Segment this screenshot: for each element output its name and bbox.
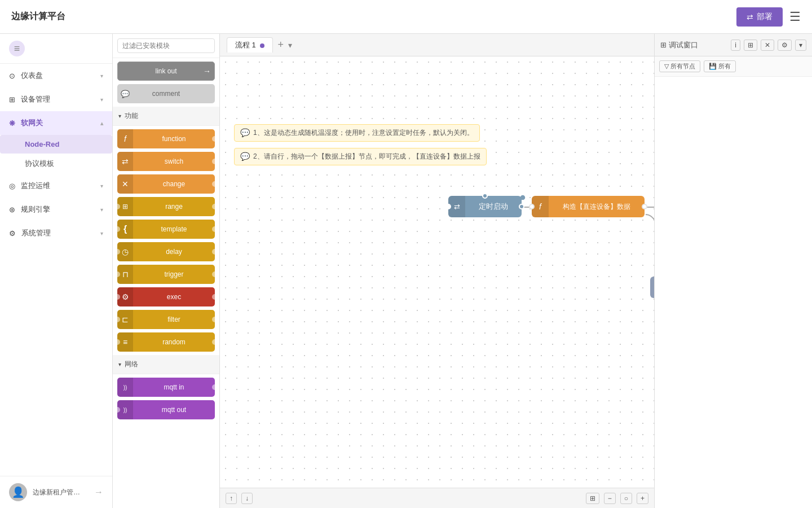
canvas-node-timer[interactable]: ⇄ 定时启动 (448, 196, 522, 217)
node-trigger[interactable]: ⊓ trigger (117, 265, 215, 284)
debug-info-button[interactable]: i (731, 40, 740, 51)
node-link-out[interactable]: link out → (117, 62, 215, 81)
chevron-down-icon: ▾ (100, 97, 103, 103)
canvas-tab-flow1[interactable]: 流程 1 (227, 37, 273, 52)
node-switch[interactable]: ⇄ switch (117, 152, 215, 171)
rules-icon: ⊛ (9, 205, 15, 214)
node-change[interactable]: ✕ change (117, 174, 215, 194)
user-name: 边缘新租户管… (33, 488, 89, 497)
sidebar-user-footer[interactable]: 👤 边缘新租户管… → (0, 476, 112, 508)
debug-filter-all-button[interactable]: 💾 所有 (704, 60, 736, 72)
node-port-left (114, 271, 120, 277)
comment-icon: 💬 (121, 90, 130, 98)
debug-content-area (655, 77, 812, 508)
zoom-out-button[interactable]: − (604, 493, 616, 504)
filter-icon: ▽ (664, 63, 669, 70)
sidebar-sub-item-protocol-template[interactable]: 协议模板 (0, 154, 112, 174)
canvas-area: 流程 1 + ▾ 💬 1、这是动态生 (220, 34, 654, 508)
node-exec[interactable]: ⚙ exec (117, 287, 215, 306)
scroll-up-button[interactable]: ↑ (226, 493, 237, 504)
device-icon: ⊞ (9, 95, 15, 104)
palette-search-area (113, 34, 219, 58)
dashboard-icon: ⊙ (9, 72, 15, 80)
node-function[interactable]: f function (117, 129, 215, 148)
chevron-down-icon: ▾ (100, 230, 103, 237)
node-port-right (212, 384, 218, 390)
debug-panel-title: ⊞ 调试窗口 (660, 40, 698, 50)
sidebar-item-monitor[interactable]: ◎ 监控运维 ▾ (0, 174, 112, 198)
main-layout: ≡ ⊙ 仪表盘 ▾ ⊞ 设备管理 ▾ ❋ 软网关 ▴ Node-Red (0, 34, 812, 508)
node-port-right (212, 159, 218, 164)
node-port-right (212, 294, 218, 300)
function-icon: f (117, 129, 133, 148)
deploy-button[interactable]: ⇄ 部署 (736, 7, 783, 27)
section-arrow-network-icon: ▾ (118, 361, 121, 367)
scroll-down-button[interactable]: ↓ (241, 493, 253, 504)
system-icon: ⚙ (9, 229, 16, 238)
link-out-area: link out → (113, 58, 219, 84)
node-port-left (114, 407, 120, 413)
node-port-left (114, 317, 120, 322)
palette-section-functional[interactable]: ▾ 功能 (113, 107, 219, 126)
grid-toggle-button[interactable]: ⊞ (586, 493, 599, 504)
sidebar-item-soft-gateway[interactable]: ❋ 软网关 ▴ (0, 111, 112, 135)
debug-filter-nodes-button[interactable]: ▽ 所有节点 (659, 60, 700, 72)
topbar: 边缘计算平台 ⇄ 部署 ☰ (0, 0, 812, 34)
zoom-in-button[interactable]: + (637, 493, 648, 504)
node-port-left (114, 294, 120, 300)
canvas-node-test[interactable]: 测试 ▤ (650, 277, 654, 298)
section-arrow-icon: ▾ (118, 113, 121, 119)
debug-filter-bar: ▽ 所有节点 💾 所有 (655, 56, 812, 77)
avatar: 👤 (9, 483, 27, 501)
debug-copy-button[interactable]: ⊞ (744, 40, 757, 51)
construct-port-right (642, 204, 647, 209)
chevron-down-icon: ▾ (100, 207, 103, 213)
node-port-left (114, 204, 120, 209)
flow-options-button[interactable]: ▾ (288, 41, 292, 50)
debug-title-icon: ⊞ (660, 41, 667, 49)
topbar-actions: ⇄ 部署 ☰ (736, 7, 801, 27)
node-mqtt-in[interactable]: )) mqtt in (117, 378, 215, 397)
sidebar-item-device-management[interactable]: ⊞ 设备管理 ▾ (0, 87, 112, 111)
hamburger-icon[interactable]: ≡ (9, 41, 25, 56)
node-port-right (212, 204, 218, 209)
node-delay[interactable]: ◷ delay (117, 242, 215, 261)
comment-node-area: 💬 comment (113, 84, 219, 107)
node-template[interactable]: { template (117, 220, 215, 239)
node-port-right (212, 317, 218, 322)
node-comment[interactable]: 💬 comment (117, 84, 215, 103)
canvas-connections (220, 56, 654, 488)
node-random[interactable]: ≡ random (117, 332, 215, 352)
palette-search-input[interactable] (117, 38, 215, 53)
add-flow-button[interactable]: + (277, 39, 284, 51)
debug-clear-button[interactable]: ✕ (761, 40, 774, 51)
palette-section-network[interactable]: ▾ 网络 (113, 355, 219, 374)
canvas-footer: ↑ ↓ ⊞ − ○ + (220, 488, 654, 508)
canvas-body[interactable]: 💬 1、这是动态生成随机温湿度；使用时，注意设置定时任务，默认为关闭。 💬 2、… (220, 56, 654, 488)
sidebar-item-rules[interactable]: ⊛ 规则引擎 ▾ (0, 198, 112, 221)
node-port-right (212, 226, 218, 232)
node-port-left (114, 226, 120, 232)
timer-port-top (482, 193, 488, 199)
logout-icon[interactable]: → (94, 487, 103, 497)
sidebar-sub-item-node-red[interactable]: Node-Red (0, 135, 112, 154)
palette-functional-nodes: f function ⇄ switch ✕ change ⊞ range (113, 126, 219, 355)
sidebar-item-dashboard[interactable]: ⊙ 仪表盘 ▾ (0, 64, 112, 87)
debug-more-button[interactable]: ▾ (795, 40, 806, 51)
comment2-icon: 💬 (240, 152, 250, 161)
node-mqtt-out[interactable]: )) mqtt out (117, 400, 215, 419)
node-range[interactable]: ⊞ range (117, 197, 215, 216)
sidebar-header: ≡ (0, 34, 112, 64)
zoom-fit-button[interactable]: ○ (620, 493, 632, 504)
node-filter[interactable]: ⊏ filter (117, 310, 215, 329)
monitor-icon: ◎ (9, 182, 15, 190)
node-port-right (212, 181, 218, 187)
canvas-node-construct[interactable]: f 构造【直连设备】数据 (532, 196, 645, 217)
debug-settings-button[interactable]: ⚙ (778, 40, 792, 51)
chevron-down-icon: ▾ (100, 73, 103, 79)
construct-port-left (529, 204, 535, 209)
menu-button[interactable]: ☰ (789, 10, 801, 24)
timer-port-left (445, 204, 451, 209)
canvas-comment-2: 💬 2、请自行，拖动一个【数据上报】节点，即可完成，【直连设备】数据上报 (234, 148, 487, 165)
sidebar-item-system[interactable]: ⚙ 系统管理 ▾ (0, 221, 112, 245)
